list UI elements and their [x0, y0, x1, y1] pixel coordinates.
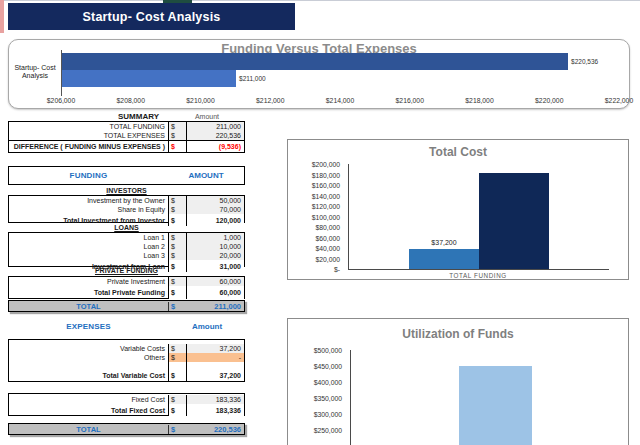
- value-cell[interactable]: 211,000: [186, 122, 244, 131]
- currency-cell: $: [168, 353, 186, 362]
- bar-total-fixed-cost: [479, 173, 549, 269]
- bar-row: $211,000: [62, 70, 619, 87]
- funding-vs-expenses-chart[interactable]: Funding Versus Total Expenses Startup- C…: [8, 39, 630, 109]
- currency-cell: $: [168, 242, 186, 251]
- difference-value[interactable]: (9,536): [186, 141, 244, 152]
- y-axis-tick-label: $400,000: [314, 379, 342, 386]
- currency-cell: $: [168, 404, 186, 416]
- y-axis-tick-label: $500,000: [314, 347, 342, 354]
- y-axis-tick-label: $120,000: [312, 203, 340, 210]
- currency-cell: $: [168, 233, 186, 242]
- value-cell[interactable]: -: [186, 353, 244, 362]
- page-title: Startup- Cost Analysis: [83, 10, 221, 24]
- funding-total-value[interactable]: 211,000: [186, 302, 244, 311]
- table-row: TOTAL FUNDING$211,000: [9, 122, 244, 131]
- pink-accent-strip: [0, 0, 4, 33]
- funding-total-row: TOTAL $ 211,000: [8, 300, 245, 312]
- value-cell[interactable]: 37,200: [186, 369, 244, 381]
- x-axis-tick-label: $210,000: [186, 97, 214, 104]
- category-axis-label: Startup- Cost Analysis: [11, 64, 59, 80]
- difference-row-box: DIFFERENCE ( FUNDING MINUS EXPENSES ) $ …: [8, 140, 245, 153]
- funding-total-label: TOTAL: [9, 302, 168, 311]
- private-funding-group-title: PRIVATE FUNDING: [8, 266, 245, 275]
- currency-cell: $: [168, 277, 186, 286]
- row-label: Loan 2: [9, 242, 168, 251]
- expenses-section-header: EXPENSES Amount: [8, 321, 245, 332]
- currency-cell: $: [168, 286, 186, 299]
- y-axis-tick-label: $350,000: [314, 395, 342, 402]
- investors-group-title: INVESTORS: [8, 186, 245, 195]
- utilization-of-funds-chart[interactable]: Utilization of Funds $500,000$450,000$40…: [287, 318, 629, 445]
- table-row: [9, 362, 244, 369]
- funding-title: FUNDING: [9, 171, 168, 180]
- currency-cell: $: [168, 131, 186, 140]
- table-row: Fixed Cost$183,336: [9, 395, 244, 404]
- value-cell[interactable]: 60,000: [186, 286, 244, 299]
- value-cell[interactable]: 183,336: [186, 395, 244, 404]
- row-label: Loan 3: [9, 251, 168, 260]
- private-funding-table: Private Investment$60,000Total Private F…: [8, 276, 245, 299]
- y-axis-tick-label: $140,000: [312, 192, 340, 199]
- investors-table: Investment by the Owner$50,000Share in E…: [8, 195, 245, 223]
- value-cell[interactable]: 50,000: [186, 196, 244, 205]
- currency-cell: $: [168, 251, 186, 260]
- x-axis-tick-label: $216,000: [396, 97, 424, 104]
- value-cell[interactable]: 183,336: [186, 404, 244, 416]
- bar-data-label: $211,000: [239, 75, 266, 82]
- funding-total-currency: $: [168, 302, 186, 311]
- row-label: [9, 362, 168, 369]
- value-cell[interactable]: 60,000: [186, 277, 244, 286]
- summary-header: SUMMARY Amount: [8, 111, 245, 121]
- page-title-banner: Startup- Cost Analysis: [8, 3, 295, 30]
- table-row: Total Variable Cost$37,200: [9, 369, 244, 381]
- expenses-total-value[interactable]: 220,536: [186, 425, 244, 434]
- expenses-amount-header: Amount: [169, 322, 245, 331]
- table-row: DIFFERENCE ( FUNDING MINUS EXPENSES ) $ …: [9, 141, 244, 152]
- x-axis-tick-label: $218,000: [465, 97, 493, 104]
- y-axis-tick-label: $100,000: [312, 213, 340, 220]
- row-label: TOTAL FUNDING: [9, 122, 168, 131]
- expenses-total-row: TOTAL $ 220,536: [8, 423, 245, 435]
- y-axis-tick-label: $40,000: [315, 245, 340, 252]
- difference-label: DIFFERENCE ( FUNDING MINUS EXPENSES ): [9, 141, 168, 152]
- currency-cell: $: [168, 395, 186, 404]
- window-top-edge: [0, 0, 640, 1]
- bar-total-variable-cost: $37,200: [409, 249, 479, 269]
- summary-title: SUMMARY: [8, 112, 169, 121]
- currency-cell: $: [168, 122, 186, 131]
- y-axis-tick-label: $60,000: [315, 234, 340, 241]
- value-cell[interactable]: 220,536: [186, 131, 244, 140]
- table-row: TOTAL EXPENSES$220,536: [9, 131, 244, 140]
- value-cell[interactable]: 20,000: [186, 251, 244, 260]
- value-cell[interactable]: 1,000: [186, 233, 244, 242]
- table-row: Share in Equity$70,000: [9, 205, 244, 214]
- y-axis-tick-label: $160,000: [312, 182, 340, 189]
- chart-title: Utilization of Funds: [288, 327, 628, 341]
- x-axis-tick-label: $222,000: [605, 97, 633, 104]
- plot-area: $37,200: [348, 164, 609, 270]
- difference-currency: $: [168, 141, 186, 152]
- summary-amount-header: Amount: [169, 113, 245, 120]
- table-row: Loan 1$1,000: [9, 233, 244, 242]
- value-cell[interactable]: 37,200: [186, 344, 244, 353]
- y-axis-tick-label: $200,000: [312, 161, 340, 168]
- table-row: Total Fixed Cost$183,336: [9, 404, 244, 416]
- table-row: Private Investment$60,000: [9, 277, 244, 286]
- utilization-bar: [459, 366, 532, 445]
- total-cost-chart[interactable]: Total Cost $200,000$180,000$160,000$140,…: [287, 139, 629, 280]
- table-row: Loan 3$20,000: [9, 251, 244, 260]
- startup-cost-analysis-dashboard: Startup- Cost Analysis Funding Versus To…: [0, 0, 640, 445]
- row-label: Total Private Funding: [9, 286, 168, 299]
- value-cell[interactable]: 70,000: [186, 205, 244, 214]
- totalcost-bars: $37,200: [349, 164, 609, 269]
- expenses-total-label: TOTAL: [9, 425, 168, 434]
- funding-chart-bars: $220,536$211,000: [62, 50, 619, 87]
- x-axis-tick-label: $206,000: [47, 97, 75, 104]
- value-cell[interactable]: [186, 362, 244, 369]
- value-cell[interactable]: 10,000: [186, 242, 244, 251]
- utilization-yticks: $500,000$450,000$400,000$350,000$300,000…: [288, 350, 346, 445]
- row-label: Variable Costs: [9, 344, 168, 353]
- y-axis-tick-label: $300,000: [314, 411, 342, 418]
- expenses-total-currency: $: [168, 425, 186, 434]
- x-axis-tick-label: $208,000: [117, 97, 145, 104]
